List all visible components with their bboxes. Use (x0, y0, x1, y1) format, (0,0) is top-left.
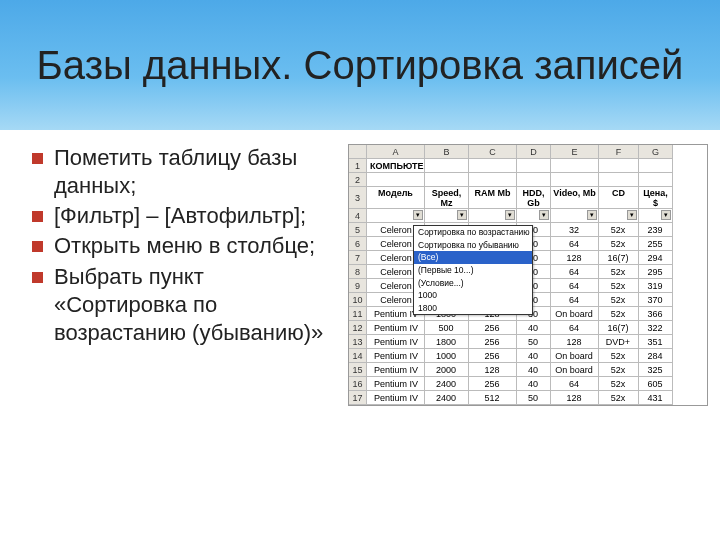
cell-r15-c2: 128 (469, 363, 517, 377)
filter-dropdown-1[interactable] (425, 209, 469, 223)
cell-r5-c6: 239 (639, 223, 673, 237)
row-header-2[interactable]: 2 (349, 173, 367, 187)
empty (367, 173, 425, 187)
table-header-2: RAM Mb (469, 187, 517, 209)
cell-r13-c3: 50 (517, 335, 551, 349)
popup-item-2[interactable]: (Все) (414, 251, 532, 264)
row-header-9[interactable]: 9 (349, 279, 367, 293)
cell-r14-c1: 1000 (425, 349, 469, 363)
cell-r14-c3: 40 (517, 349, 551, 363)
bullet-item-2: Открыть меню в столбце; (32, 232, 342, 260)
cell-r15-c0: Pentium IV (367, 363, 425, 377)
filter-dropdown-2[interactable] (469, 209, 517, 223)
row-header-4[interactable]: 4 (349, 209, 367, 223)
filter-dropdown-3[interactable] (517, 209, 551, 223)
cell-r16-c5: 52x (599, 377, 639, 391)
filter-dropdown-0[interactable] (367, 209, 425, 223)
row-header-16[interactable]: 16 (349, 377, 367, 391)
cell-r13-c0: Pentium IV (367, 335, 425, 349)
cell-r16-c0: Pentium IV (367, 377, 425, 391)
empty (639, 173, 673, 187)
title-band: Базы данных. Сортировка записей (0, 0, 720, 130)
table-header-4: Video, Mb (551, 187, 599, 209)
empty (639, 159, 673, 173)
cell-r15-c4: On board (551, 363, 599, 377)
filter-dropdown-4[interactable] (551, 209, 599, 223)
cell-r7-c6: 294 (639, 251, 673, 265)
cell-r17-c3: 50 (517, 391, 551, 405)
col-header-F[interactable]: F (599, 145, 639, 159)
empty (469, 159, 517, 173)
col-header-B[interactable]: B (425, 145, 469, 159)
cell-r14-c0: Pentium IV (367, 349, 425, 363)
col-header-E[interactable]: E (551, 145, 599, 159)
cell-r13-c4: 128 (551, 335, 599, 349)
cell-r10-c4: 64 (551, 293, 599, 307)
table-header-5: CD (599, 187, 639, 209)
cell-r15-c6: 325 (639, 363, 673, 377)
bullet-item-1: [Фильтр] – [Автофильтр]; (32, 202, 342, 230)
col-header-A[interactable]: A (367, 145, 425, 159)
empty (425, 173, 469, 187)
cell-r15-c1: 2000 (425, 363, 469, 377)
row-header-8[interactable]: 8 (349, 265, 367, 279)
empty (599, 173, 639, 187)
row-header-3[interactable]: 3 (349, 187, 367, 209)
cell-r14-c6: 284 (639, 349, 673, 363)
cell-r13-c5: DVD+ (599, 335, 639, 349)
cell-r11-c6: 366 (639, 307, 673, 321)
row-header-14[interactable]: 14 (349, 349, 367, 363)
cell-r6-c5: 52x (599, 237, 639, 251)
table-header-6: Цена, $ (639, 187, 673, 209)
popup-item-6[interactable]: 1800 (414, 302, 532, 315)
bullet-item-0: Пометить таблицу базы данных; (32, 144, 342, 200)
col-header-C[interactable]: C (469, 145, 517, 159)
cell-r11-c4: On board (551, 307, 599, 321)
slide-title: Базы данных. Сортировка записей (37, 43, 684, 87)
autofilter-dropdown[interactable]: Сортировка по возрастаниюСортировка по у… (413, 225, 533, 315)
cell-r7-c4: 128 (551, 251, 599, 265)
bullet-list: Пометить таблицу базы данных;[Фильтр] – … (32, 144, 342, 347)
row-header-15[interactable]: 15 (349, 363, 367, 377)
cell-r9-c4: 64 (551, 279, 599, 293)
filter-dropdown-5[interactable] (599, 209, 639, 223)
cell-r12-c1: 500 (425, 321, 469, 335)
empty (551, 159, 599, 173)
cell-r11-c5: 52x (599, 307, 639, 321)
cell-r17-c1: 2400 (425, 391, 469, 405)
content-area: Пометить таблицу базы данных;[Фильтр] – … (0, 130, 720, 406)
filter-dropdown-6[interactable] (639, 209, 673, 223)
cell-r5-c5: 52x (599, 223, 639, 237)
cell-r14-c5: 52x (599, 349, 639, 363)
row-header-6[interactable]: 6 (349, 237, 367, 251)
cell-r9-c6: 319 (639, 279, 673, 293)
row-header-11[interactable]: 11 (349, 307, 367, 321)
cell-r6-c6: 255 (639, 237, 673, 251)
row-header-13[interactable]: 13 (349, 335, 367, 349)
col-header-G[interactable]: G (639, 145, 673, 159)
row-header-17[interactable]: 17 (349, 391, 367, 405)
cell-r8-c4: 64 (551, 265, 599, 279)
row-header-1[interactable]: 1 (349, 159, 367, 173)
popup-item-3[interactable]: (Первые 10...) (414, 264, 532, 277)
popup-item-5[interactable]: 1000 (414, 289, 532, 302)
cell-r13-c1: 1800 (425, 335, 469, 349)
empty (425, 159, 469, 173)
cell-r17-c4: 128 (551, 391, 599, 405)
empty (599, 159, 639, 173)
col-header-D[interactable]: D (517, 145, 551, 159)
empty (517, 173, 551, 187)
row-header-5[interactable]: 5 (349, 223, 367, 237)
bullet-column: Пометить таблицу базы данных;[Фильтр] – … (32, 144, 342, 406)
cell-r7-c5: 16(7) (599, 251, 639, 265)
row-header-10[interactable]: 10 (349, 293, 367, 307)
cell-r12-c5: 16(7) (599, 321, 639, 335)
row-header-7[interactable]: 7 (349, 251, 367, 265)
popup-item-0[interactable]: Сортировка по возрастанию (414, 226, 532, 239)
row-header-12[interactable]: 12 (349, 321, 367, 335)
cell-r13-c2: 256 (469, 335, 517, 349)
empty (551, 173, 599, 187)
bullet-item-3: Выбрать пункт «Сортировка по возрастанию… (32, 263, 342, 347)
popup-item-1[interactable]: Сортировка по убыванию (414, 239, 532, 252)
popup-item-4[interactable]: (Условие...) (414, 277, 532, 290)
